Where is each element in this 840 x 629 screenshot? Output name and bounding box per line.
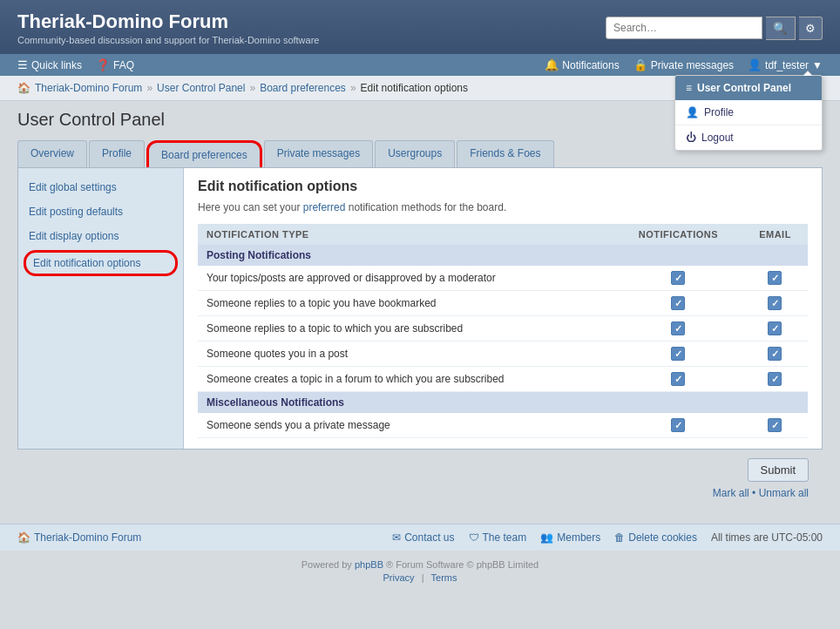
dropdown-header[interactable]: ≡ User Control Panel	[675, 76, 822, 100]
navbar-right: 🔔 Notifications 🔒 Private messages 👤 tdf…	[545, 58, 823, 71]
home-icon-footer: 🏠	[17, 531, 30, 544]
tab-usergroups[interactable]: Usergroups	[375, 140, 455, 167]
mark-all-link[interactable]: Mark all	[713, 487, 749, 499]
email-checkbox-cell	[742, 266, 808, 291]
notification-checkbox-cell	[614, 316, 742, 342]
site-tagline: Community-based discussion and support f…	[17, 35, 319, 45]
notification-type-cell: Someone quotes you in a post	[198, 342, 614, 367]
notification-checkbox-cell	[614, 342, 742, 367]
col-email: EMAIL	[742, 224, 808, 245]
table-body: Posting NotificationsYour topics/posts a…	[198, 245, 808, 438]
quick-links-menu[interactable]: ☰ Quick links	[17, 58, 82, 71]
footer-home-link[interactable]: 🏠 Theriak-Domino Forum	[17, 531, 141, 544]
tab-profile[interactable]: Profile	[89, 140, 145, 167]
breadcrumb-home[interactable]: Theriak-Domino Forum	[35, 82, 142, 94]
notification-checkbox-cell	[614, 413, 742, 438]
unmark-all-link[interactable]: Unmark all	[759, 487, 809, 499]
preferred-link[interactable]: preferred	[303, 201, 346, 213]
contact-us-link[interactable]: ✉ Contact us	[392, 531, 454, 544]
sidebar-edit-display[interactable]: Edit display options	[18, 224, 183, 248]
user-dropdown-container[interactable]: 👤 tdf_tester ▼ ≡ User Control Panel 👤 Pr…	[748, 58, 823, 71]
submit-button[interactable]: Submit	[748, 458, 809, 482]
delete-cookies-link[interactable]: 🗑 Delete cookies	[614, 531, 697, 544]
panel-title: Edit notification options	[198, 179, 808, 194]
navbar-left: ☰ Quick links ❓ FAQ	[17, 58, 134, 71]
site-header: Theriak-Domino Forum Community-based dis…	[0, 0, 840, 54]
notifications-link[interactable]: 🔔 Notifications	[545, 58, 619, 71]
menu-icon: ☰	[17, 58, 28, 71]
mark-area: Mark all • Unmark all	[17, 485, 823, 506]
dropdown-logout-item[interactable]: ⏻ Logout	[675, 125, 822, 150]
faq-link[interactable]: ❓ FAQ	[96, 58, 134, 71]
notification-checkbox[interactable]	[671, 296, 685, 310]
email-checkbox[interactable]	[768, 372, 782, 386]
home-icon: 🏠	[17, 82, 30, 94]
email-checkbox[interactable]	[768, 418, 782, 432]
footer-timezone: All times are UTC-05:00	[711, 531, 823, 544]
sidebar-edit-posting[interactable]: Edit posting defaults	[18, 200, 183, 224]
phpbb-link[interactable]: phpBB	[355, 559, 383, 570]
notifications-table: NOTIFICATION TYPE NOTIFICATIONS EMAIL Po…	[198, 224, 808, 438]
email-checkbox-cell	[742, 367, 808, 392]
list-icon: ≡	[686, 82, 692, 94]
breadcrumb-board-prefs[interactable]: Board preferences	[260, 82, 346, 94]
site-branding: Theriak-Domino Forum Community-based dis…	[17, 10, 319, 45]
tab-friends-foes[interactable]: Friends & Foes	[457, 140, 553, 167]
notification-checkbox[interactable]	[671, 372, 685, 386]
search-button[interactable]: 🔍	[766, 17, 796, 40]
the-team-link[interactable]: 🛡 The team	[469, 531, 527, 544]
notification-type-cell: Someone creates a topic in a forum to wh…	[198, 367, 614, 392]
question-icon: ❓	[96, 58, 110, 71]
power-icon: ⏻	[686, 132, 696, 144]
tab-private-messages[interactable]: Private messages	[264, 140, 373, 167]
search-form: 🔍 ⚙	[606, 17, 823, 40]
breadcrumb-current: Edit notification options	[361, 82, 468, 94]
notification-checkbox[interactable]	[671, 347, 685, 361]
email-checkbox-cell	[742, 413, 808, 438]
email-checkbox[interactable]	[768, 347, 782, 361]
table-section-header: Posting Notifications	[198, 245, 808, 266]
notification-checkbox[interactable]	[671, 321, 685, 335]
chevron-down-icon: ▼	[812, 59, 823, 71]
envelope-icon: ✉	[392, 531, 401, 544]
notification-checkbox[interactable]	[671, 271, 685, 285]
table-section-header: Miscellaneous Notifications	[198, 392, 808, 414]
members-link[interactable]: 👥 Members	[540, 531, 600, 544]
email-checkbox[interactable]	[768, 296, 782, 310]
notification-checkbox[interactable]	[671, 418, 685, 432]
tab-board-preferences[interactable]: Board preferences	[146, 140, 262, 167]
notification-type-cell: Someone replies to a topic to which you …	[198, 316, 614, 342]
breadcrumb-ucp[interactable]: User Control Panel	[157, 82, 245, 94]
panel-description: Here you can set your preferred notifica…	[198, 201, 808, 213]
content-area: Edit global settings Edit posting defaul…	[17, 167, 823, 450]
main-content: User Control Panel Overview Profile Boar…	[0, 101, 840, 524]
powered-by-text: Powered by phpBB ® Forum Software © phpB…	[9, 559, 831, 570]
notification-checkbox-cell	[614, 367, 742, 392]
cookie-icon: 🗑	[614, 531, 625, 544]
email-checkbox[interactable]	[768, 271, 782, 285]
members-icon: 👥	[540, 531, 553, 544]
tab-overview[interactable]: Overview	[17, 140, 87, 167]
notification-type-cell: Your topics/posts are approved or disapp…	[198, 266, 614, 291]
notification-checkbox-cell	[614, 291, 742, 316]
username-link[interactable]: 👤 tdf_tester ▼	[748, 58, 823, 71]
table-row: Someone creates a topic in a forum to wh…	[198, 367, 808, 392]
sidebar-edit-notifications[interactable]: Edit notification options	[24, 250, 178, 276]
dropdown-profile-item[interactable]: 👤 Profile	[675, 100, 822, 125]
col-notifications: NOTIFICATIONS	[614, 224, 742, 245]
search-input[interactable]	[606, 17, 762, 39]
privacy-link[interactable]: Privacy	[383, 572, 415, 583]
footer-bar: 🏠 Theriak-Domino Forum ✉ Contact us 🛡 Th…	[0, 524, 840, 551]
submit-area: Submit	[17, 450, 823, 485]
email-checkbox[interactable]	[768, 321, 782, 335]
navbar: ☰ Quick links ❓ FAQ 🔔 Notifications 🔒 Pr…	[0, 54, 840, 76]
advanced-search-button[interactable]: ⚙	[799, 17, 823, 40]
email-checkbox-cell	[742, 316, 808, 342]
sidebar-edit-global[interactable]: Edit global settings	[18, 175, 183, 200]
private-messages-link[interactable]: 🔒 Private messages	[633, 58, 734, 71]
terms-link[interactable]: Terms	[431, 572, 457, 583]
user-icon: 👤	[748, 58, 762, 71]
notification-checkbox-cell	[614, 266, 742, 291]
table-row: Someone quotes you in a post	[198, 342, 808, 367]
breadcrumb-sep-3: »	[350, 82, 356, 94]
